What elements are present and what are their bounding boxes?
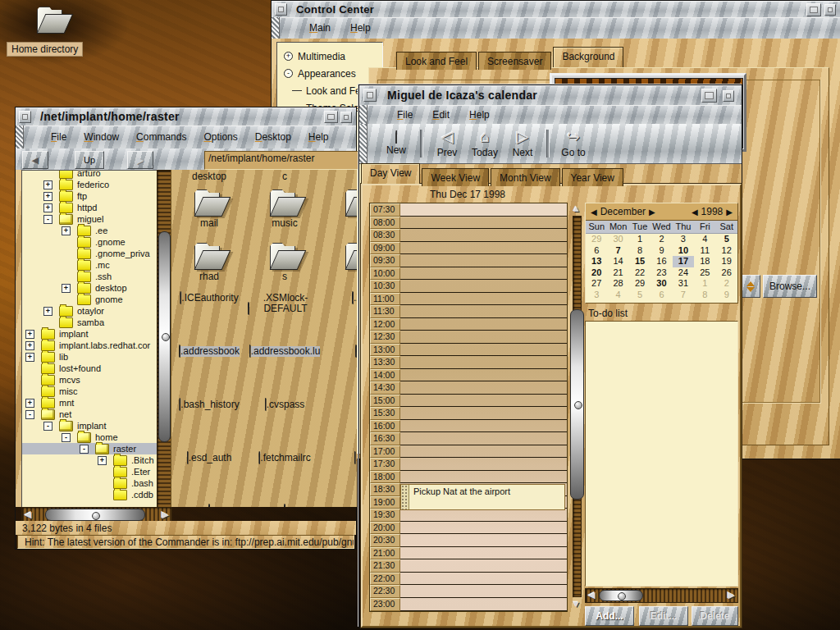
mini-calendar-day[interactable]: 5: [716, 234, 737, 245]
tab-background[interactable]: Background: [553, 47, 623, 67]
next-button[interactable]: ▷ Next: [504, 129, 541, 158]
mini-calendar-day[interactable]: 13: [586, 256, 607, 267]
file-item[interactable]: .esd_auth: [171, 451, 247, 504]
tab-month-view[interactable]: Month View: [491, 168, 559, 186]
tree-expander-icon[interactable]: +: [43, 203, 52, 212]
todo-horizontal-scrollbar[interactable]: ◀ ▶: [585, 588, 738, 603]
mini-calendar-day[interactable]: 25: [694, 267, 715, 279]
calendar-titlebar[interactable]: Miguel de Icaza's calendar: [359, 85, 742, 106]
file-item[interactable]: [247, 504, 322, 507]
mini-calendar-day[interactable]: 8: [629, 245, 651, 257]
file-item[interactable]: .cvspass: [247, 398, 322, 451]
mini-calendar-day[interactable]: 29: [586, 234, 607, 245]
maximize-button[interactable]: [324, 111, 338, 123]
toolbar-drag-handle[interactable]: [16, 126, 24, 148]
file-item[interactable]: r: [322, 185, 357, 238]
time-slot[interactable]: [400, 229, 567, 242]
menu-options[interactable]: Options: [203, 131, 237, 143]
mini-calendar-day[interactable]: 15: [629, 256, 651, 267]
menu-main[interactable]: Main: [309, 22, 331, 34]
menu-file[interactable]: File: [397, 109, 413, 121]
mini-calendar-day[interactable]: 20: [586, 267, 607, 279]
scroll-right-icon[interactable]: ▶: [162, 510, 169, 519]
time-slot[interactable]: [400, 267, 567, 281]
time-slot[interactable]: [400, 547, 567, 560]
file-item[interactable]: [322, 398, 357, 451]
day-view-vertical-scrollbar[interactable]: ▲ ▼: [569, 203, 584, 610]
mini-calendar-day[interactable]: 2: [716, 278, 737, 290]
mini-calendar-day[interactable]: 30: [607, 234, 628, 245]
file-item[interactable]: c: [247, 170, 322, 185]
mini-calendar-day[interactable]: 8: [694, 290, 715, 301]
tree-expander-icon[interactable]: -: [25, 410, 34, 419]
file-manager-titlebar[interactable]: /net/implant/home/raster: [16, 107, 356, 126]
menu-file[interactable]: File: [51, 131, 66, 143]
goto-button[interactable]: ↪ Go to: [555, 129, 592, 158]
time-slot[interactable]: [400, 344, 567, 357]
mini-calendar-day[interactable]: 28: [607, 278, 628, 290]
window-menu-button[interactable]: [363, 89, 377, 102]
mini-calendar-day[interactable]: 29: [629, 278, 651, 290]
file-item[interactable]: s: [322, 238, 357, 291]
today-button[interactable]: ⌂ Today: [466, 129, 504, 158]
mini-calendar-day[interactable]: 4: [607, 290, 628, 301]
time-slot[interactable]: [400, 203, 567, 217]
add-button[interactable]: Add...: [585, 606, 634, 626]
window-menu-button[interactable]: [19, 111, 31, 123]
mini-calendar-day[interactable]: 22: [629, 267, 651, 279]
mini-calendar-day[interactable]: 1: [629, 234, 651, 245]
mini-calendar-day[interactable]: 12: [716, 245, 737, 257]
menu-help[interactable]: Help: [308, 131, 329, 143]
time-slot[interactable]: [400, 534, 567, 547]
scrollbar-thumb[interactable]: [599, 590, 643, 601]
scroll-left-icon[interactable]: ◀: [25, 510, 31, 519]
file-item[interactable]: [171, 504, 247, 507]
time-slot[interactable]: [400, 331, 567, 344]
iconify-button[interactable]: [723, 90, 734, 102]
menu-help[interactable]: Help: [350, 22, 371, 34]
time-slot[interactable]: [400, 318, 567, 331]
file-item[interactable]: s: [247, 238, 322, 291]
tab-year-view[interactable]: Year View: [562, 168, 623, 186]
mini-calendar-day[interactable]: 30: [651, 278, 672, 290]
tree-expander-icon[interactable]: -: [62, 433, 71, 442]
tree-expander-icon[interactable]: +: [284, 52, 293, 61]
tab-look-and-feel[interactable]: Look and Feel: [396, 52, 477, 70]
toolbar-drag-handle[interactable]: [359, 124, 368, 163]
file-item[interactable]: .ICEauthority: [171, 291, 247, 345]
menu-help[interactable]: Help: [469, 109, 490, 121]
mini-calendar-day[interactable]: 7: [607, 245, 628, 257]
file-item[interactable]: desktop: [171, 170, 247, 185]
fm-tree-item[interactable]: +otaylor: [22, 305, 158, 317]
prev-month-icon[interactable]: ◀: [591, 208, 597, 217]
menu-edit[interactable]: Edit: [432, 109, 450, 121]
prev-button[interactable]: ◁ Prev: [428, 129, 466, 158]
appointment[interactable]: Pickup Nat at the airport: [400, 484, 565, 510]
mini-calendar-day[interactable]: 5: [629, 290, 651, 301]
file-item[interactable]: .XSMlock-DEFAULT: [247, 291, 322, 345]
file-item[interactable]: rhad: [171, 238, 247, 291]
mini-calendar-day[interactable]: 6: [651, 290, 672, 301]
mini-calendar-day[interactable]: 10: [673, 245, 694, 257]
delete-button[interactable]: Delete: [692, 606, 738, 626]
prev-year-icon[interactable]: ◀: [692, 208, 698, 217]
cc-tree-item-appearances[interactable]: -Appearances: [277, 65, 382, 82]
todo-list[interactable]: [585, 321, 738, 587]
time-slot[interactable]: [400, 395, 567, 408]
mini-calendar-day[interactable]: 31: [673, 278, 694, 290]
location-input[interactable]: /net/implant/home/raster: [204, 151, 358, 170]
maximize-button[interactable]: [806, 3, 821, 16]
file-item[interactable]: music: [247, 185, 322, 238]
mini-calendar-day[interactable]: 16: [651, 256, 672, 267]
fm-tree-item[interactable]: +federico: [22, 179, 158, 190]
mini-calendar-day[interactable]: 7: [673, 290, 694, 301]
mini-calendar-day[interactable]: 27: [586, 278, 607, 290]
fm-tree-item[interactable]: gnome: [22, 294, 158, 305]
desktop-icon-home-directory[interactable]: Home directory: [7, 7, 97, 57]
mini-calendar-day[interactable]: 14: [607, 256, 628, 267]
file-item[interactable]: .fetchmailrc: [247, 451, 322, 504]
tree-expander-icon[interactable]: +: [62, 284, 71, 293]
window-menu-button[interactable]: [275, 3, 287, 16]
scrollbar-thumb[interactable]: [45, 509, 145, 521]
file-item[interactable]: g: [322, 170, 357, 185]
